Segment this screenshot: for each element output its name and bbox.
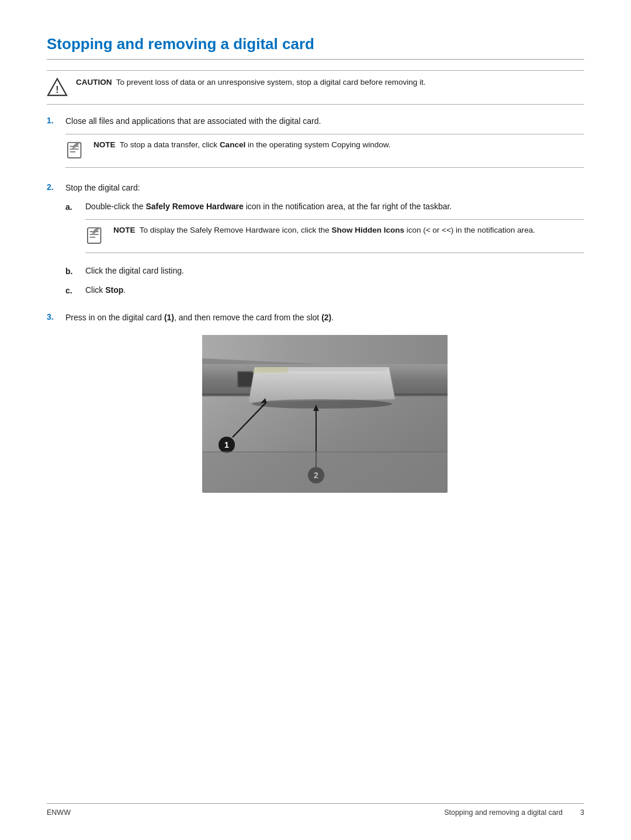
substep-a-note-text: NOTE To display the Safely Remove Hardwa… — [113, 224, 535, 236]
footer-page-num: 3 — [580, 808, 584, 817]
step-2: 2. Stop the digital card: a. Double-clic… — [47, 182, 584, 303]
step-3: 3. Press in on the digital card (1), and… — [47, 312, 584, 493]
title-divider — [47, 59, 584, 60]
caution-triangle-icon: ! — [47, 78, 68, 98]
step-2-substeps: a. Double-click the Safely Remove Hardwa… — [65, 201, 584, 298]
substep-c-content: Click Stop. — [85, 284, 584, 297]
substep-b: b. Click the digital card listing. — [65, 265, 584, 278]
page-title: Stopping and removing a digital card — [47, 35, 584, 53]
footer-title: Stopping and removing a digital card — [444, 808, 563, 817]
footer-enww: ENWW — [47, 808, 71, 817]
step-1-note-body: To stop a data transfer, click Cancel in… — [120, 140, 391, 149]
substep-c-text: Click Stop. — [85, 285, 126, 295]
svg-text:!: ! — [56, 85, 58, 95]
caution-body: To prevent loss of data or an unresponsi… — [116, 78, 426, 87]
step-2-content: Stop the digital card: a. Double-click t… — [65, 182, 584, 303]
substep-c: c. Click Stop. — [65, 284, 584, 298]
card-image-wrapper: 1 2 — [202, 335, 448, 493]
substep-c-label: c. — [65, 284, 77, 298]
step-3-text: Press in on the digital card (1), and th… — [65, 313, 334, 322]
footer-right: Stopping and removing a digital card 3 — [444, 808, 584, 817]
substep-a-note: NOTE To display the Safely Remove Hardwa… — [85, 219, 584, 254]
substep-b-label: b. — [65, 265, 77, 278]
substep-a-note-label: NOTE — [113, 226, 136, 234]
step-1-note-label: NOTE — [93, 140, 116, 149]
note-icon-1 — [65, 140, 86, 163]
substep-a: a. Double-click the Safely Remove Hardwa… — [65, 201, 584, 259]
svg-rect-37 — [202, 452, 448, 493]
step-3-num: 3. — [47, 312, 58, 322]
svg-marker-27 — [252, 367, 290, 373]
page-footer: ENWW Stopping and removing a digital car… — [47, 803, 584, 817]
step-1: 1. Close all files and applications that… — [47, 115, 584, 174]
substep-a-text: Double-click the Safely Remove Hardware … — [85, 202, 452, 211]
substep-a-note-body: To display the Safely Remove Hardware ic… — [140, 226, 535, 234]
step-2-num: 2. — [47, 182, 58, 192]
svg-text:1: 1 — [224, 440, 229, 450]
caution-label: CAUTION — [76, 78, 112, 87]
step-3-content: Press in on the digital card (1), and th… — [65, 312, 584, 493]
substep-b-text: Click the digital card listing. — [85, 266, 184, 275]
svg-point-30 — [252, 399, 392, 409]
step-1-note-text: NOTE To stop a data transfer, click Canc… — [93, 139, 391, 151]
step-1-text: Close all files and applications that ar… — [65, 116, 321, 126]
card-illustration: 1 2 — [202, 335, 448, 493]
step-2-text: Stop the digital card: — [65, 183, 140, 192]
step-1-content: Close all files and applications that ar… — [65, 115, 584, 174]
substep-a-content: Double-click the Safely Remove Hardware … — [85, 201, 584, 259]
caution-box: ! CAUTION To prevent loss of data or an … — [47, 70, 584, 105]
caution-text: CAUTION To prevent loss of data or an un… — [76, 77, 426, 88]
note-icon-2 — [85, 226, 106, 248]
step-1-note: NOTE To stop a data transfer, click Canc… — [65, 134, 584, 168]
step-1-num: 1. — [47, 115, 58, 125]
substep-a-label: a. — [65, 201, 77, 214]
card-image-container: 1 2 — [65, 335, 584, 493]
substep-b-content: Click the digital card listing. — [85, 265, 584, 278]
